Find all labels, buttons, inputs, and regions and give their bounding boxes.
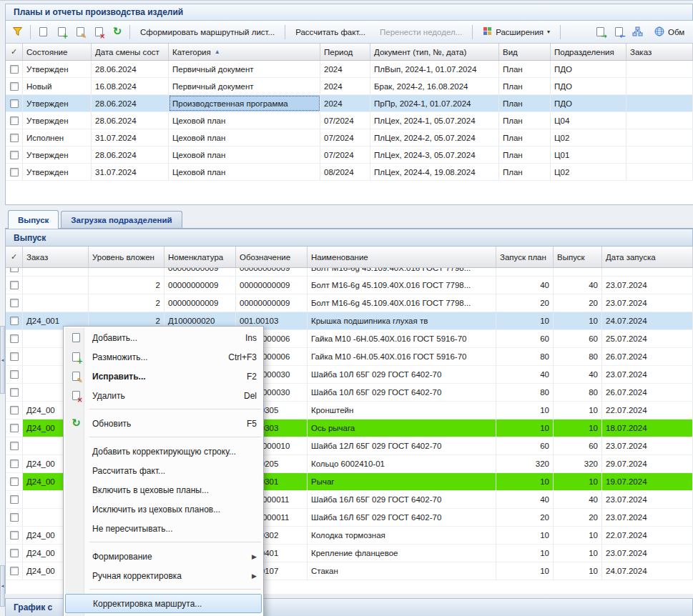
hierarchy-button[interactable] <box>628 24 647 41</box>
column-header[interactable]: ✓ <box>6 44 23 60</box>
row-checkbox[interactable] <box>10 299 19 307</box>
table-row[interactable]: Утвержден28.06.2024Цеховой план07/2024Пл… <box>6 112 693 129</box>
menu-item[interactable]: Включить в цеховые планы... <box>64 480 263 500</box>
import-button[interactable]: ← <box>609 24 628 41</box>
row-checkbox[interactable] <box>10 531 19 540</box>
column-header[interactable]: Период <box>320 44 370 60</box>
cell-name: Болт М16-6g 45.109.40Х.016 ГОСТ 7798... <box>308 277 496 294</box>
refresh-icon: ↻ <box>72 418 81 429</box>
menu-item[interactable]: Формирование▶ <box>64 547 263 566</box>
menu-item[interactable]: Добавить корректирующую строку... <box>64 442 263 461</box>
exchange-button[interactable]: Обм <box>647 24 692 41</box>
calc-fact-button[interactable]: Рассчитать факт... <box>288 24 373 41</box>
row-checkbox[interactable] <box>10 151 19 159</box>
context-menu: Добавить...Ins+Размножить...Ctrl+F3✎Испр… <box>63 326 264 616</box>
table-row[interactable]: 0000000000900000000009Болт М16-6g 45.109… <box>6 268 693 277</box>
cell-category: Цеховой план <box>169 164 320 180</box>
row-checkbox[interactable] <box>10 424 19 432</box>
row-checkbox[interactable] <box>10 134 19 142</box>
row-checkbox[interactable] <box>10 352 19 361</box>
cell-doc: ПрПр, 2024-1, 01.07.2024 <box>370 95 499 111</box>
table-row[interactable]: Утвержден28.06.2024Цеховой план07/2024Пл… <box>6 146 693 164</box>
menu-item[interactable]: +Размножить...Ctrl+F3 <box>64 347 263 367</box>
column-header[interactable]: Заказ <box>626 44 693 60</box>
column-header[interactable]: Дата смены сост <box>92 44 169 60</box>
table-row[interactable]: 20000000000900000000009Болт М16-6g 45.10… <box>6 277 693 294</box>
row-checkbox[interactable] <box>10 442 19 450</box>
add-button[interactable] <box>34 24 52 41</box>
form-route-sheet-button[interactable]: Сформировать маршрутный лист... <box>133 24 282 41</box>
row-checkbox[interactable] <box>10 567 19 575</box>
menu-item[interactable]: ↻ОбновитьF5 <box>64 414 263 433</box>
table-row[interactable]: Новый16.08.2024Первичный документ2024Бра… <box>6 78 693 95</box>
cell-name: Стакан <box>308 562 496 580</box>
row-checkbox[interactable] <box>10 495 19 504</box>
refresh-button[interactable]: ↻ <box>108 24 127 41</box>
filter-button[interactable] <box>8 24 27 41</box>
table-row[interactable]: Исполнен31.07.2024Цеховой план07/2024ПлЦ… <box>6 129 693 146</box>
column-header[interactable]: Номенклатура <box>164 247 236 267</box>
cell-division: Ц04 <box>551 112 626 129</box>
extensions-button[interactable]: Расширения ▾ <box>476 24 557 41</box>
menu-item[interactable]: Ручная корректировка▶ <box>64 566 263 585</box>
column-header[interactable]: Вид <box>499 44 551 60</box>
column-header[interactable]: Наименование <box>308 247 496 267</box>
row-checkbox[interactable] <box>10 513 19 522</box>
row-checkbox[interactable] <box>10 317 19 325</box>
left-splitter-handle[interactable]: ◄ <box>0 565 5 607</box>
menu-item[interactable]: Добавить...Ins <box>64 328 263 347</box>
row-checkbox[interactable] <box>10 459 19 468</box>
checkbox-cell <box>6 294 23 312</box>
column-header[interactable]: Состояние <box>23 44 92 60</box>
checkbox-cell <box>6 129 23 146</box>
row-checkbox[interactable] <box>10 477 19 486</box>
column-header[interactable]: Дата запуска <box>602 247 693 267</box>
row-checkbox[interactable] <box>10 268 19 272</box>
app-window: Планы и отчеты производства изделий + ✎ … <box>0 0 693 616</box>
cell-plan: 10 <box>496 545 554 562</box>
row-checkbox[interactable] <box>10 99 19 108</box>
tab-release[interactable]: Выпуск <box>8 210 59 229</box>
column-header[interactable]: Выпуск <box>554 247 602 267</box>
menu-item[interactable]: Корректировка маршрута... <box>65 594 262 613</box>
cell-kind: План <box>499 78 551 94</box>
table-row[interactable]: Утвержден28.06.2024Производственная прог… <box>6 95 693 112</box>
column-header[interactable]: Уровень вложен <box>89 247 164 267</box>
row-checkbox[interactable] <box>10 334 19 343</box>
cell-order <box>626 61 693 77</box>
tab-division-load[interactable]: Загрузка подразделений <box>61 211 182 228</box>
edit-button[interactable]: ✎ <box>71 24 89 41</box>
column-header[interactable]: Запуск план <box>496 247 554 267</box>
export-button[interactable]: → <box>591 24 609 41</box>
row-checkbox[interactable] <box>10 168 19 177</box>
cell-name: Шайба 10Л 65Г 029 ГОСТ 6402-70 <box>308 366 496 383</box>
row-checkbox[interactable] <box>10 549 19 557</box>
column-header[interactable]: Подразделения <box>551 44 626 60</box>
delete-button[interactable]: × <box>89 24 108 41</box>
menu-item[interactable]: Не пересчитывать... <box>64 519 263 538</box>
column-header[interactable]: Документ (тип, №, дата) <box>370 44 499 60</box>
delete-icon: × <box>95 27 103 36</box>
menu-item[interactable]: ✎Исправить...F2 <box>64 367 263 386</box>
column-header[interactable]: Заказ <box>23 247 89 267</box>
table-row[interactable]: 20000000000900000000009Болт М16-6g 45.10… <box>6 294 693 312</box>
checkbox-cell <box>6 112 23 129</box>
table-row[interactable]: Утвержден28.06.2024Первичный документ202… <box>6 61 693 78</box>
cell-order <box>23 268 89 277</box>
row-checkbox[interactable] <box>10 116 19 125</box>
left-splitter-handle[interactable]: ◄ <box>0 326 5 394</box>
column-header[interactable]: Категория▲ <box>169 44 320 60</box>
row-checkbox[interactable] <box>10 406 19 414</box>
menu-item[interactable]: Рассчитать факт... <box>64 461 263 480</box>
duplicate-button[interactable]: + <box>52 24 71 41</box>
row-checkbox[interactable] <box>10 370 19 379</box>
table-row[interactable]: Утвержден31.07.2024Цеховой план08/2024Пл… <box>6 164 693 181</box>
menu-item[interactable]: Исключить из цеховых планов... <box>64 500 263 519</box>
row-checkbox[interactable] <box>10 281 19 289</box>
menu-item[interactable]: ×УдалитьDel <box>64 386 263 405</box>
column-header[interactable]: ✓ <box>6 247 23 267</box>
column-header[interactable]: Обозначение <box>236 247 308 267</box>
row-checkbox[interactable] <box>10 82 19 91</box>
row-checkbox[interactable] <box>10 388 19 397</box>
row-checkbox[interactable] <box>10 65 19 74</box>
